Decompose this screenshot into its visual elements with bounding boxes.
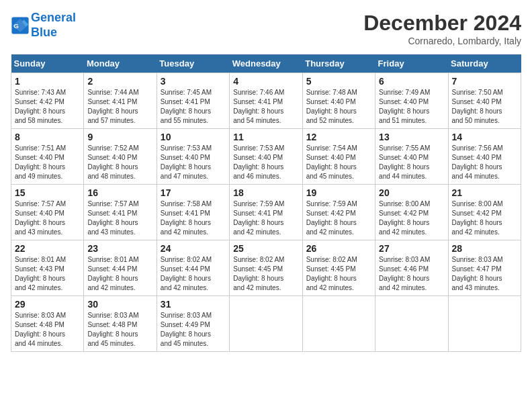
svg-text:G: G (13, 22, 19, 30)
day-info: Sunrise: 8:02 AM Sunset: 4:44 PM Dayligh… (161, 255, 226, 293)
calendar-cell: 15Sunrise: 7:57 AM Sunset: 4:40 PM Dayli… (11, 185, 84, 240)
calendar-cell: 5Sunrise: 7:48 AM Sunset: 4:40 PM Daylig… (302, 73, 375, 129)
day-info: Sunrise: 8:03 AM Sunset: 4:47 PM Dayligh… (452, 255, 517, 293)
day-number: 15 (15, 187, 80, 198)
calendar-cell: 30Sunrise: 8:03 AM Sunset: 4:48 PM Dayli… (84, 296, 157, 352)
calendar-cell: 6Sunrise: 7:49 AM Sunset: 4:40 PM Daylig… (375, 73, 448, 129)
day-number: 25 (233, 243, 298, 254)
day-info: Sunrise: 7:52 AM Sunset: 4:40 PM Dayligh… (87, 144, 152, 181)
weekday-header-friday: Friday (375, 54, 448, 73)
day-info: Sunrise: 8:01 AM Sunset: 4:44 PM Dayligh… (87, 255, 152, 293)
day-number: 18 (233, 187, 298, 198)
day-number: 10 (161, 132, 226, 142)
calendar-cell: 14Sunrise: 7:56 AM Sunset: 4:40 PM Dayli… (448, 129, 521, 185)
calendar-cell: 3Sunrise: 7:45 AM Sunset: 4:41 PM Daylig… (157, 73, 229, 129)
day-number: 2 (87, 76, 152, 87)
day-number: 30 (87, 299, 152, 310)
calendar-cell: 7Sunrise: 7:50 AM Sunset: 4:40 PM Daylig… (448, 73, 521, 129)
day-info: Sunrise: 8:01 AM Sunset: 4:43 PM Dayligh… (15, 255, 80, 293)
title-area: December 2024 Cornaredo, Lombardy, Italy (363, 11, 521, 46)
day-number: 1 (15, 76, 80, 87)
day-info: Sunrise: 7:59 AM Sunset: 4:41 PM Dayligh… (233, 199, 298, 237)
calendar-cell: 20Sunrise: 8:00 AM Sunset: 4:42 PM Dayli… (375, 185, 448, 240)
calendar-cell: 16Sunrise: 7:57 AM Sunset: 4:41 PM Dayli… (84, 185, 157, 240)
calendar-cell (230, 296, 302, 352)
calendar-cell: 24Sunrise: 8:02 AM Sunset: 4:44 PM Dayli… (157, 240, 229, 296)
calendar-cell: 22Sunrise: 8:01 AM Sunset: 4:43 PM Dayli… (11, 240, 84, 296)
calendar-cell: 1Sunrise: 7:43 AM Sunset: 4:42 PM Daylig… (11, 73, 84, 129)
day-info: Sunrise: 7:44 AM Sunset: 4:41 PM Dayligh… (87, 88, 152, 126)
calendar-cell: 23Sunrise: 8:01 AM Sunset: 4:44 PM Dayli… (84, 240, 157, 296)
day-info: Sunrise: 7:48 AM Sunset: 4:40 PM Dayligh… (306, 88, 371, 126)
day-number: 16 (87, 187, 152, 198)
day-number: 17 (161, 187, 226, 198)
month-title: December 2024 (363, 11, 521, 36)
day-number: 5 (306, 76, 371, 87)
day-number: 12 (306, 132, 371, 142)
day-info: Sunrise: 7:49 AM Sunset: 4:40 PM Dayligh… (379, 88, 444, 126)
calendar-week-row: 8Sunrise: 7:51 AM Sunset: 4:40 PM Daylig… (11, 129, 521, 185)
day-number: 22 (15, 243, 80, 254)
weekday-header-saturday: Saturday (448, 54, 521, 73)
day-info: Sunrise: 7:57 AM Sunset: 4:41 PM Dayligh… (87, 199, 152, 237)
day-info: Sunrise: 7:45 AM Sunset: 4:41 PM Dayligh… (161, 88, 226, 126)
day-number: 23 (87, 243, 152, 254)
day-info: Sunrise: 7:54 AM Sunset: 4:40 PM Dayligh… (306, 144, 371, 181)
calendar-cell: 31Sunrise: 8:03 AM Sunset: 4:49 PM Dayli… (157, 296, 229, 352)
day-info: Sunrise: 8:03 AM Sunset: 4:46 PM Dayligh… (379, 255, 444, 293)
calendar-cell: 17Sunrise: 7:58 AM Sunset: 4:41 PM Dayli… (157, 185, 229, 240)
calendar-cell: 8Sunrise: 7:51 AM Sunset: 4:40 PM Daylig… (11, 129, 84, 185)
day-info: Sunrise: 8:00 AM Sunset: 4:42 PM Dayligh… (379, 199, 444, 237)
weekday-header-sunday: Sunday (11, 54, 84, 73)
calendar-cell: 26Sunrise: 8:02 AM Sunset: 4:45 PM Dayli… (302, 240, 375, 296)
day-number: 26 (306, 243, 371, 254)
logo: G General Blue (11, 11, 76, 40)
day-info: Sunrise: 8:02 AM Sunset: 4:45 PM Dayligh… (233, 255, 298, 293)
day-number: 27 (379, 243, 444, 254)
calendar-week-row: 15Sunrise: 7:57 AM Sunset: 4:40 PM Dayli… (11, 185, 521, 240)
calendar-header-row: SundayMondayTuesdayWednesdayThursdayFrid… (11, 54, 521, 73)
calendar-cell: 27Sunrise: 8:03 AM Sunset: 4:46 PM Dayli… (375, 240, 448, 296)
day-number: 4 (233, 76, 298, 87)
weekday-header-monday: Monday (84, 54, 157, 73)
day-info: Sunrise: 7:53 AM Sunset: 4:40 PM Dayligh… (161, 144, 226, 181)
calendar-week-row: 29Sunrise: 8:03 AM Sunset: 4:48 PM Dayli… (11, 296, 521, 352)
day-number: 24 (161, 243, 226, 254)
day-number: 29 (15, 299, 80, 310)
calendar-cell: 12Sunrise: 7:54 AM Sunset: 4:40 PM Dayli… (302, 129, 375, 185)
day-info: Sunrise: 8:03 AM Sunset: 4:48 PM Dayligh… (15, 311, 80, 349)
weekday-header-thursday: Thursday (302, 54, 375, 73)
day-info: Sunrise: 7:53 AM Sunset: 4:40 PM Dayligh… (233, 144, 298, 181)
weekday-header-tuesday: Tuesday (157, 54, 229, 73)
calendar-cell: 4Sunrise: 7:46 AM Sunset: 4:41 PM Daylig… (230, 73, 302, 129)
calendar-cell: 28Sunrise: 8:03 AM Sunset: 4:47 PM Dayli… (448, 240, 521, 296)
calendar-cell (448, 296, 521, 352)
day-number: 6 (379, 76, 444, 87)
day-info: Sunrise: 7:59 AM Sunset: 4:42 PM Dayligh… (306, 199, 371, 237)
location: Cornaredo, Lombardy, Italy (363, 36, 521, 46)
day-number: 31 (161, 299, 226, 310)
calendar-cell: 18Sunrise: 7:59 AM Sunset: 4:41 PM Dayli… (230, 185, 302, 240)
day-number: 7 (452, 76, 517, 87)
day-info: Sunrise: 7:55 AM Sunset: 4:40 PM Dayligh… (379, 144, 444, 181)
day-info: Sunrise: 7:56 AM Sunset: 4:40 PM Dayligh… (452, 144, 517, 181)
calendar-week-row: 1Sunrise: 7:43 AM Sunset: 4:42 PM Daylig… (11, 73, 521, 129)
calendar-cell: 29Sunrise: 8:03 AM Sunset: 4:48 PM Dayli… (11, 296, 84, 352)
calendar-cell (302, 296, 375, 352)
day-info: Sunrise: 7:46 AM Sunset: 4:41 PM Dayligh… (233, 88, 298, 126)
day-info: Sunrise: 7:50 AM Sunset: 4:40 PM Dayligh… (452, 88, 517, 126)
logo-text: General Blue (31, 11, 76, 40)
calendar-cell: 21Sunrise: 8:00 AM Sunset: 4:42 PM Dayli… (448, 185, 521, 240)
weekday-header-wednesday: Wednesday (230, 54, 302, 73)
day-info: Sunrise: 7:58 AM Sunset: 4:41 PM Dayligh… (161, 199, 226, 237)
calendar-cell: 10Sunrise: 7:53 AM Sunset: 4:40 PM Dayli… (157, 129, 229, 185)
day-number: 3 (161, 76, 226, 87)
calendar-cell: 9Sunrise: 7:52 AM Sunset: 4:40 PM Daylig… (84, 129, 157, 185)
day-info: Sunrise: 7:43 AM Sunset: 4:42 PM Dayligh… (15, 88, 80, 126)
calendar-cell: 13Sunrise: 7:55 AM Sunset: 4:40 PM Dayli… (375, 129, 448, 185)
day-number: 14 (452, 132, 517, 142)
day-number: 20 (379, 187, 444, 198)
day-info: Sunrise: 8:03 AM Sunset: 4:48 PM Dayligh… (87, 311, 152, 349)
calendar-cell: 25Sunrise: 8:02 AM Sunset: 4:45 PM Dayli… (230, 240, 302, 296)
calendar-cell: 11Sunrise: 7:53 AM Sunset: 4:40 PM Dayli… (230, 129, 302, 185)
